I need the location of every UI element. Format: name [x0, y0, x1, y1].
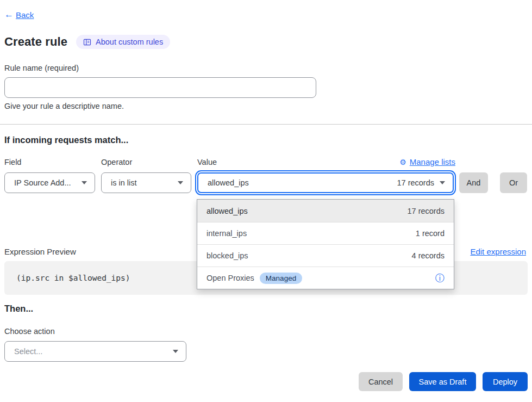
gear-icon: ⚙: [399, 158, 406, 166]
operator-label: Operator: [101, 158, 132, 166]
list-option-name: blocked_ips: [206, 251, 248, 260]
field-label: Field: [4, 158, 21, 166]
about-custom-rules-link[interactable]: About custom rules: [76, 35, 170, 49]
back-arrow-icon: ←: [4, 9, 14, 20]
value-select-value: allowed_ips: [208, 178, 397, 187]
list-option-internal-ips[interactable]: internal_ips 1 record: [197, 222, 454, 244]
list-option-name: allowed_ips: [206, 207, 248, 215]
chevron-down-icon: [440, 181, 445, 184]
rule-name-help: Give your rule a descriptive name.: [4, 102, 124, 110]
info-icon[interactable]: ⓘ: [435, 274, 445, 283]
cancel-button[interactable]: Cancel: [359, 372, 403, 391]
action-select-placeholder: Select...: [14, 347, 167, 356]
value-select-meta: 17 records: [397, 178, 434, 187]
create-rule-page: ← Back Create rule About custom rules Ru…: [0, 0, 532, 402]
chevron-down-icon: [82, 181, 87, 184]
field-select[interactable]: IP Source Add...: [4, 172, 95, 193]
page-title: Create rule: [4, 35, 67, 49]
about-badge-label: About custom rules: [96, 38, 163, 46]
value-label: Value: [197, 158, 217, 166]
list-option-name: internal_ips: [206, 229, 247, 238]
rule-name-label: Rule name (required): [4, 64, 79, 72]
section-divider: [0, 124, 532, 125]
book-icon: [83, 38, 91, 46]
back-label: Back: [16, 10, 34, 20]
manage-lists-link[interactable]: ⚙ Manage lists: [399, 157, 455, 166]
then-heading: Then...: [4, 304, 33, 314]
managed-badge: Managed: [260, 273, 302, 284]
expression-code: (ip.src in $allowed_ips): [16, 274, 130, 282]
choose-action-label: Choose action: [4, 327, 55, 336]
chevron-down-icon: [173, 350, 178, 353]
chevron-down-icon: [178, 181, 183, 184]
manage-lists-label: Manage lists: [410, 157, 455, 166]
action-select[interactable]: Select...: [4, 341, 186, 362]
value-select-dropdown: allowed_ips 17 records internal_ips 1 re…: [197, 199, 454, 289]
and-button[interactable]: And: [459, 172, 488, 193]
save-as-draft-button[interactable]: Save as Draft: [409, 372, 476, 391]
back-link[interactable]: ← Back: [4, 9, 34, 20]
title-row: Create rule About custom rules: [4, 35, 170, 49]
operator-select-value: is in list: [111, 178, 172, 187]
deploy-button[interactable]: Deploy: [483, 372, 528, 391]
list-option-meta: 17 records: [407, 207, 445, 215]
list-option-blocked-ips[interactable]: blocked_ips 4 records: [197, 244, 454, 267]
list-option-open-proxies[interactable]: Open Proxies Managed ⓘ: [197, 267, 454, 289]
list-option-name: Open Proxies: [206, 274, 254, 282]
value-select[interactable]: allowed_ips 17 records: [197, 172, 454, 193]
operator-select[interactable]: is in list: [101, 172, 191, 193]
edit-expression-label: Edit expression: [470, 247, 526, 256]
list-option-meta: 1 record: [416, 229, 445, 238]
rule-name-input[interactable]: [4, 77, 316, 98]
match-heading: If incoming requests match...: [4, 135, 128, 145]
list-option-allowed-ips[interactable]: allowed_ips 17 records: [197, 200, 454, 222]
field-select-value: IP Source Add...: [14, 178, 76, 187]
edit-expression-link[interactable]: Edit expression: [470, 247, 526, 256]
or-button[interactable]: Or: [500, 172, 527, 193]
expression-preview-label: Expression Preview: [4, 247, 76, 256]
list-option-meta: 4 records: [412, 251, 445, 260]
